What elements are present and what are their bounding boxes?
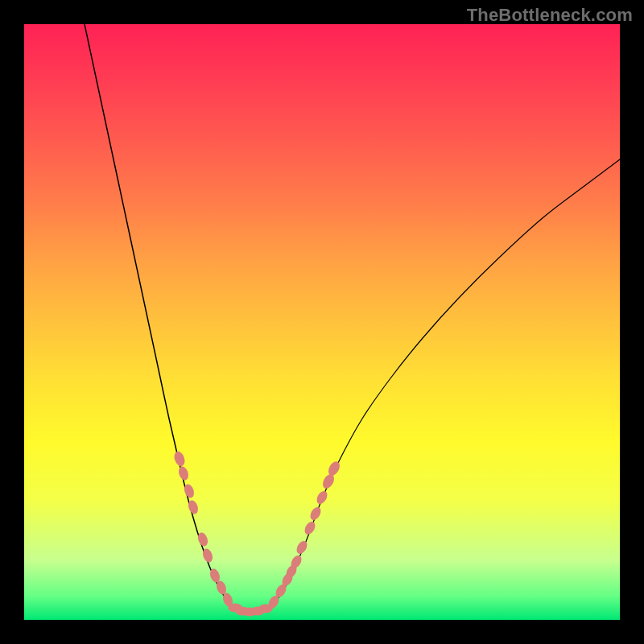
curve-left-branch (85, 24, 254, 612)
chart-frame: TheBottleneck.com (0, 0, 644, 644)
marker-point (326, 460, 342, 477)
chart-overlay (24, 24, 620, 620)
marker-point (320, 473, 336, 490)
marker-point (308, 506, 323, 522)
attribution-label: TheBottleneck.com (467, 5, 633, 26)
marker-point (315, 489, 329, 506)
plot-area (24, 24, 620, 620)
marker-point (172, 450, 187, 468)
marker-point (295, 539, 309, 556)
marker-point (303, 520, 317, 537)
curve-right-branch (254, 159, 620, 612)
marker-point (177, 465, 190, 481)
